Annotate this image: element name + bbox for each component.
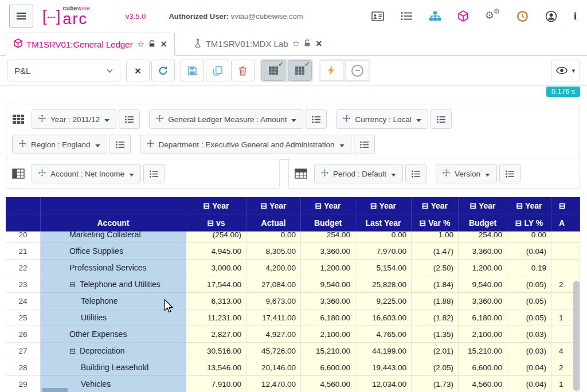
grid-cell[interactable] — [551, 243, 580, 260]
sitemap-icon[interactable] — [429, 11, 441, 21]
grid-cell[interactable]: 17,411.00 — [246, 309, 301, 326]
account-cell[interactable]: Professional Services — [41, 260, 186, 276]
grid-cell[interactable]: 4,560.00 — [459, 376, 507, 392]
subset-editor-button[interactable] — [431, 109, 452, 129]
toggle-row-headers-button[interactable]: ✓ — [261, 60, 285, 81]
view-selector[interactable]: P&L — [7, 60, 120, 81]
grid-cell[interactable]: 3,360.00 — [459, 293, 507, 309]
hamburger-menu-button[interactable] — [9, 5, 33, 28]
account-cell[interactable]: Marketing Collateral — [41, 232, 186, 243]
grid-cell[interactable]: 6,180.00 — [459, 309, 507, 326]
unlock-icon[interactable] — [304, 39, 311, 49]
grid-column-header[interactable]: Last Year — [355, 214, 412, 232]
grid-cell[interactable]: (2.01) — [412, 343, 459, 359]
copy-button[interactable] — [206, 60, 229, 81]
subset-editor-button[interactable] — [499, 164, 521, 183]
grid-column-header[interactable]: ⊟ LY % — [507, 214, 551, 232]
grid-column-header[interactable]: Actual — [246, 214, 301, 232]
grid-cell[interactable]: 0.00 — [507, 232, 551, 243]
grid-cell[interactable]: 1,200.00 — [301, 260, 355, 276]
history-clock-icon[interactable] — [516, 10, 529, 22]
toggle-column-headers-button[interactable]: ✓ — [288, 60, 312, 81]
grid-cell[interactable]: 4,945.00 — [186, 243, 246, 260]
account-cell[interactable]: Utilities — [41, 309, 186, 326]
grid-cell[interactable]: 12,470.00 — [246, 376, 301, 392]
grid-cell[interactable]: 4,560.00 — [301, 376, 355, 392]
grid-cell[interactable]: (1.35) — [412, 326, 459, 343]
grid-cell[interactable]: 30,516.00 — [186, 343, 246, 359]
account-cell[interactable]: Building Leasehold — [41, 359, 186, 376]
grid-cell[interactable]: (2.50) — [412, 260, 459, 276]
grid-group-header[interactable]: ⊟ — [551, 197, 580, 214]
grid-cell[interactable]: (2.05) — [412, 359, 459, 376]
grid-cell[interactable]: 2,100.00 — [459, 326, 507, 343]
grid-cell[interactable]: 6,600.00 — [301, 359, 355, 376]
list-icon[interactable] — [401, 11, 412, 21]
grid-cell[interactable]: 15,210.00 — [301, 343, 355, 359]
row-number[interactable]: 29 — [6, 376, 41, 392]
account-cell[interactable]: Telephone — [41, 293, 186, 309]
grid-cell[interactable]: 4,765.00 — [355, 326, 412, 343]
grid-cell[interactable]: (1.82) — [412, 309, 459, 326]
close-tab-icon[interactable]: × — [316, 38, 322, 50]
grid-column-header[interactable]: Budget — [459, 214, 507, 232]
save-button[interactable] — [181, 60, 204, 81]
row-number[interactable]: 27 — [6, 343, 41, 359]
grid-cell[interactable]: 2,100.00 — [301, 326, 355, 343]
row-number[interactable]: 28 — [6, 359, 41, 376]
account-cell[interactable]: Office Supplies — [41, 243, 186, 260]
row-number[interactable]: 24 — [6, 293, 41, 309]
grid-cell[interactable]: (0.04) — [507, 243, 551, 260]
grid-cell[interactable]: 20,146.00 — [246, 359, 301, 376]
collapse-icon[interactable]: ⊟ — [69, 347, 76, 355]
grid-corner-cell[interactable] — [6, 214, 41, 232]
row-number[interactable]: 23 — [6, 276, 41, 293]
grid-cell[interactable]: 19,443.00 — [355, 359, 412, 376]
grid-column-header[interactable]: ⊟ vs — [186, 214, 246, 232]
grid-cell[interactable]: 3,360.00 — [301, 293, 355, 309]
grid-cell[interactable]: 0.00 — [355, 232, 412, 243]
grid-cell[interactable]: 1,200.00 — [459, 260, 507, 276]
grid-cell[interactable]: 11,231.00 — [186, 309, 246, 326]
grid-cell[interactable]: 13,546.00 — [186, 359, 246, 376]
grid-cell[interactable]: (1.47) — [412, 243, 459, 260]
grid-cell[interactable]: 7,910.00 — [186, 376, 246, 392]
grid-cell[interactable]: (0.05) — [507, 309, 551, 326]
grid-cell[interactable]: 9,540.00 — [459, 276, 507, 293]
grid-cell[interactable]: 3,000.00 — [186, 260, 246, 276]
grid-cell[interactable]: 12,034.00 — [355, 376, 412, 392]
grid-cell[interactable]: 4,200.00 — [246, 260, 301, 276]
grid-cell[interactable]: 45,726.00 — [246, 343, 301, 359]
row-number[interactable]: 22 — [6, 260, 41, 276]
subset-editor-button[interactable] — [405, 164, 426, 183]
grid-cell[interactable]: 17,544.00 — [186, 276, 246, 293]
vertical-scrollbar-thumb[interactable] — [573, 281, 580, 391]
grid-group-header[interactable]: ⊟ Year — [459, 197, 507, 214]
horizontal-scrollbar-thumb[interactable] — [42, 388, 68, 392]
grid-cell[interactable]: 9,673.00 — [246, 293, 301, 309]
row-number[interactable]: 21 — [6, 243, 41, 260]
grid-cell[interactable]: 44,199.00 — [355, 343, 412, 359]
grid-cell[interactable]: 0.00 — [246, 232, 301, 243]
refresh-button[interactable] — [151, 60, 175, 81]
unlock-icon[interactable] — [148, 40, 155, 49]
subset-editor-button[interactable] — [306, 109, 327, 129]
grid-cell[interactable]: (1.84) — [412, 276, 459, 293]
favorite-star-icon[interactable]: ☆ — [137, 39, 144, 49]
grid-cell[interactable]: (0.05) — [507, 293, 551, 309]
grid-cell[interactable]: 0.19 — [507, 260, 551, 276]
user-profile-icon[interactable] — [545, 10, 557, 22]
favorite-star-icon[interactable]: ☆ — [292, 38, 300, 49]
grid-cell[interactable]: 6,600.00 — [459, 359, 507, 376]
grid-column-header[interactable]: Budget — [301, 214, 355, 232]
grid-cell[interactable]: 7,970.00 — [355, 243, 412, 260]
cube-icon[interactable] — [458, 10, 468, 22]
grid-cell[interactable]: 5,154.00 — [355, 260, 412, 276]
grid-cell[interactable]: (0.04) — [507, 359, 551, 376]
grid-cell[interactable]: (1.73) — [412, 376, 459, 392]
grid-cell[interactable]: 6,180.00 — [301, 309, 355, 326]
settings-gears-icon[interactable]: ⚙⚙ — [485, 9, 500, 23]
grid-group-header[interactable]: ⊟ Year — [412, 197, 459, 214]
tab-mdx-lab[interactable]: TM1SRV01:MDX Lab ☆ × — [186, 32, 330, 55]
grid-cell[interactable]: 254.00 — [301, 232, 355, 243]
